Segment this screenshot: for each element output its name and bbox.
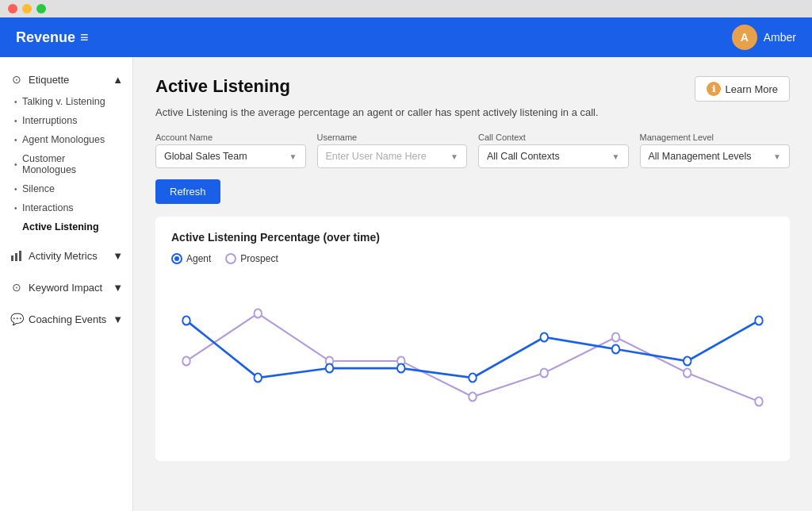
etiquette-chevron: ▲ <box>113 74 123 86</box>
svg-point-9 <box>612 333 620 342</box>
layout: ⊙ Etiquette ▲ Talking v. Listening Inter… <box>0 57 812 511</box>
maximize-dot[interactable] <box>36 4 46 13</box>
agent-radio[interactable] <box>171 253 182 264</box>
talking-v-listening-label: Talking v. Listening <box>22 96 105 107</box>
learn-more-icon: ℹ <box>707 82 721 96</box>
titlebar <box>0 0 812 17</box>
svg-point-16 <box>469 374 477 382</box>
sidebar-item-agent-monologues[interactable]: Agent Monologues <box>0 130 132 149</box>
svg-point-12 <box>182 317 190 325</box>
username-chevron: ▼ <box>450 152 458 161</box>
sidebar-section-coaching-events-header[interactable]: 💬 Coaching Events ▼ <box>0 306 132 332</box>
silence-label: Silence <box>22 183 55 194</box>
svg-point-19 <box>684 357 691 366</box>
svg-point-17 <box>541 333 549 342</box>
coaching-events-label: Coaching Events <box>29 313 106 325</box>
chart-area <box>171 272 774 447</box>
svg-point-7 <box>469 393 477 402</box>
svg-point-10 <box>684 369 691 378</box>
learn-more-button[interactable]: ℹ Learn More <box>695 76 790 102</box>
management-level-value: All Management Levels <box>649 151 752 162</box>
main-header: Active Listening ℹ Learn More <box>155 76 790 102</box>
sidebar-section-etiquette: ⊙ Etiquette ▲ Talking v. Listening Inter… <box>0 63 132 240</box>
management-level-select[interactable]: All Management Levels ▼ <box>640 144 791 168</box>
chart-title: Active Listening Percentage (over time) <box>171 231 774 244</box>
account-name-select[interactable]: Global Sales Team ▼ <box>155 144 306 168</box>
coaching-events-chevron: ▼ <box>113 313 123 325</box>
username-label: Username <box>317 133 468 142</box>
svg-point-18 <box>612 345 620 354</box>
management-level-label: Management Level <box>640 133 791 142</box>
keyword-impact-icon: ⊙ <box>10 280 24 294</box>
svg-point-3 <box>182 357 190 366</box>
sidebar-section-keyword-impact-header[interactable]: ⊙ Keyword Impact ▼ <box>0 275 132 300</box>
learn-more-label: Learn More <box>726 83 778 95</box>
account-name-chevron: ▼ <box>289 152 297 161</box>
legend-item-prospect[interactable]: Prospect <box>225 253 278 264</box>
svg-rect-2 <box>19 251 21 261</box>
svg-point-15 <box>397 364 405 373</box>
page-title: Active Listening <box>155 76 290 97</box>
interactions-label: Interactions <box>22 202 74 213</box>
svg-rect-0 <box>11 256 13 261</box>
svg-point-4 <box>255 309 262 318</box>
activity-metrics-icon <box>10 248 24 263</box>
page-subtitle: Active Listening is the average percenta… <box>155 106 790 118</box>
svg-point-14 <box>326 364 334 373</box>
activity-metrics-label: Activity Metrics <box>29 250 98 262</box>
svg-rect-1 <box>15 253 17 261</box>
sidebar-item-active-listening[interactable]: Active Listening <box>0 217 132 236</box>
username-select[interactable]: Enter User Name Here ▼ <box>317 144 468 168</box>
call-context-select[interactable]: All Call Contexts ▼ <box>478 144 629 168</box>
minimize-dot[interactable] <box>22 4 32 13</box>
svg-point-13 <box>255 374 262 382</box>
username-filter: Username Enter User Name Here ▼ <box>317 133 468 168</box>
prospect-radio[interactable] <box>225 253 236 264</box>
keyword-impact-chevron: ▼ <box>113 282 123 294</box>
app-logo: Revenue ≡ <box>16 29 89 46</box>
avatar: A <box>732 25 757 50</box>
chart-legend: Agent Prospect <box>171 253 774 264</box>
call-context-filter: Call Context All Call Contexts ▼ <box>478 133 629 168</box>
sidebar-item-silence[interactable]: Silence <box>0 179 132 198</box>
close-dot[interactable] <box>8 4 17 13</box>
sidebar-item-customer-monologues[interactable]: Customer Monologues <box>0 149 132 179</box>
svg-point-8 <box>541 369 549 378</box>
sidebar-section-activity-metrics: Activity Metrics ▼ <box>0 240 132 271</box>
account-name-filter: Account Name Global Sales Team ▼ <box>155 133 306 168</box>
app-header: Revenue ≡ A Amber <box>0 17 812 57</box>
sidebar-section-coaching-events: 💬 Coaching Events ▼ <box>0 303 132 335</box>
keyword-impact-label: Keyword Impact <box>29 282 102 294</box>
activity-metrics-chevron: ▼ <box>113 250 123 262</box>
call-context-value: All Call Contexts <box>487 151 560 162</box>
sidebar-section-keyword-impact: ⊙ Keyword Impact ▼ <box>0 271 132 303</box>
etiquette-label: Etiquette <box>29 74 69 86</box>
sidebar: ⊙ Etiquette ▲ Talking v. Listening Inter… <box>0 57 133 511</box>
active-listening-label: Active Listening <box>22 221 99 232</box>
chart-card: Active Listening Percentage (over time) … <box>155 217 790 461</box>
coaching-events-icon: 💬 <box>10 312 24 326</box>
agent-monologues-label: Agent Monologues <box>22 134 105 145</box>
sidebar-item-talking-v-listening[interactable]: Talking v. Listening <box>0 92 132 111</box>
etiquette-icon: ⊙ <box>10 72 24 86</box>
refresh-button[interactable]: Refresh <box>155 179 220 204</box>
sidebar-item-interruptions[interactable]: Interruptions <box>0 111 132 130</box>
user-menu[interactable]: A Amber <box>732 25 796 50</box>
main-content: Active Listening ℹ Learn More Active Lis… <box>133 57 812 511</box>
account-name-value: Global Sales Team <box>164 151 247 162</box>
sidebar-section-etiquette-header[interactable]: ⊙ Etiquette ▲ <box>0 67 132 92</box>
logo-text: Revenue <box>16 29 75 46</box>
logo-icon: ≡ <box>80 29 89 46</box>
sidebar-section-activity-metrics-header[interactable]: Activity Metrics ▼ <box>0 243 132 268</box>
chart-svg <box>171 272 774 447</box>
username-placeholder: Enter User Name Here <box>326 151 427 162</box>
management-level-filter: Management Level All Management Levels ▼ <box>640 133 791 168</box>
sidebar-item-interactions[interactable]: Interactions <box>0 198 132 217</box>
filters-row: Account Name Global Sales Team ▼ Usernam… <box>155 133 790 168</box>
management-level-chevron: ▼ <box>773 152 781 161</box>
agent-legend-label: Agent <box>186 253 211 264</box>
svg-point-11 <box>755 398 763 406</box>
customer-monologues-label: Customer Monologues <box>22 153 120 175</box>
legend-item-agent[interactable]: Agent <box>171 253 211 264</box>
user-name: Amber <box>764 31 796 44</box>
